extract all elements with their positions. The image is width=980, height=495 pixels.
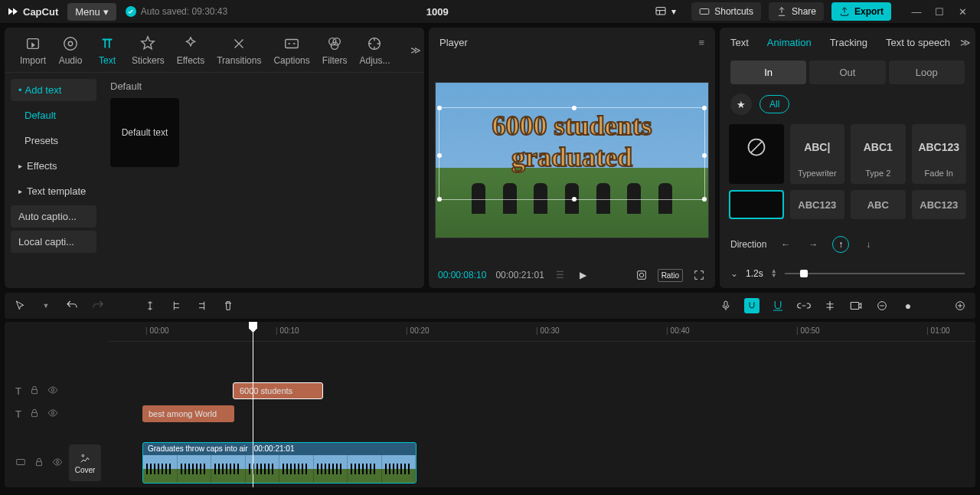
tab-adjust[interactable]: Adjus... — [353, 32, 396, 72]
tab-text-props[interactable]: Text — [730, 37, 749, 48]
text-clip-1[interactable]: 6000 students — [233, 382, 323, 399]
ruler-mark: 00:40 — [666, 326, 690, 335]
anim-selected[interactable] — [729, 190, 784, 219]
zoom-in-icon[interactable] — [952, 298, 968, 313]
dir-right-icon[interactable]: → — [805, 236, 822, 253]
snapshot-icon[interactable] — [635, 268, 648, 282]
lock-icon[interactable] — [34, 457, 44, 470]
sidebar-add-text[interactable]: •Add text — [11, 79, 96, 101]
eye-icon[interactable] — [47, 385, 58, 398]
default-text-thumb[interactable]: Default text — [110, 98, 179, 167]
magnet-main-icon[interactable] — [744, 298, 760, 313]
eye-icon[interactable] — [52, 457, 63, 470]
layout-button[interactable]: ▾ — [647, 2, 684, 21]
sidebar-presets[interactable]: Presets — [11, 129, 96, 152]
text-track-icon: T — [15, 408, 21, 420]
favorites-icon[interactable]: ★ — [730, 93, 752, 115]
export-button[interactable]: Export — [831, 2, 891, 21]
text-track-1: T 6000 students — [5, 380, 975, 402]
app-name: CapCut — [23, 6, 58, 18]
zoom-out-icon[interactable] — [874, 298, 890, 313]
text-clip-2[interactable]: best among World — [142, 405, 234, 422]
stepper-icon[interactable]: ▲▼ — [771, 269, 777, 278]
sidebar-text-template[interactable]: Text template — [11, 180, 96, 202]
sidebar-local-captions[interactable]: Local capti... — [11, 231, 96, 253]
redo-icon[interactable] — [90, 298, 106, 313]
link-icon[interactable] — [796, 298, 812, 313]
video-preview[interactable]: 6000 students graduated — [435, 82, 709, 238]
tab-audio[interactable]: Audio — [52, 32, 89, 72]
tab-animation[interactable]: Animation — [767, 37, 812, 48]
shortcuts-button[interactable]: Shortcuts — [691, 2, 761, 21]
video-clip[interactable]: Graduates throw caps into air00:00:21:01 — [142, 442, 416, 484]
split-icon[interactable] — [142, 298, 158, 313]
video-track: ⋯ Cover Graduates throw caps into air00:… — [5, 440, 975, 486]
ratio-button[interactable]: Ratio — [658, 269, 683, 282]
zoom-slider-icon[interactable]: ● — [900, 298, 916, 313]
sidebar-auto-captions[interactable]: Auto captio... — [11, 205, 96, 228]
tab-captions[interactable]: Captions — [267, 32, 315, 72]
timeline-ruler[interactable]: 00:00 00:10 00:20 00:30 00:40 00:50 01:0… — [109, 322, 975, 342]
minimize-button[interactable]: — — [905, 0, 928, 23]
tab-transitions[interactable]: Transitions — [211, 32, 267, 72]
cursor-tool-icon[interactable] — [12, 298, 28, 313]
tab-tracking[interactable]: Tracking — [830, 37, 867, 48]
eye-icon[interactable] — [47, 408, 58, 421]
anim-tab-out[interactable]: Out — [809, 61, 885, 84]
preview-icon[interactable] — [848, 298, 864, 313]
maximize-button[interactable]: ☐ — [928, 0, 951, 23]
ruler-mark: 00:50 — [796, 326, 820, 335]
lock-icon[interactable] — [29, 408, 40, 421]
undo-icon[interactable] — [64, 298, 80, 313]
svg-rect-14 — [851, 303, 859, 310]
dir-left-icon[interactable]: ← — [777, 236, 794, 253]
tab-import[interactable]: Import — [14, 32, 52, 72]
align-icon[interactable] — [822, 298, 838, 313]
text-sidebar: •Add text Default Presets Effects Text t… — [5, 73, 103, 288]
list-icon[interactable]: ☰ — [554, 268, 567, 282]
trim-left-icon[interactable] — [168, 298, 184, 313]
magnet-track-icon[interactable] — [770, 298, 786, 313]
tab-stickers[interactable]: Stickers — [126, 32, 171, 72]
anim-preset-r2[interactable]: ABC — [851, 190, 906, 219]
duration-slider[interactable] — [785, 273, 965, 274]
tabs-overflow-icon[interactable]: ≫ — [960, 37, 971, 48]
play-button[interactable]: ▶ — [577, 268, 590, 282]
close-button[interactable]: ✕ — [951, 0, 974, 23]
player-menu-icon[interactable]: ≡ — [698, 37, 704, 48]
lock-icon[interactable] — [29, 385, 40, 398]
mic-icon[interactable] — [718, 298, 733, 313]
export-label: Export — [854, 6, 884, 17]
tab-filters[interactable]: Filters — [316, 32, 354, 72]
anim-tab-loop[interactable]: Loop — [889, 61, 965, 84]
sidebar-effects[interactable]: Effects — [11, 155, 96, 177]
share-button[interactable]: Share — [769, 2, 824, 21]
dir-down-icon[interactable]: ↓ — [860, 236, 877, 253]
delete-icon[interactable] — [220, 298, 236, 313]
dir-up-icon[interactable]: ↑ — [832, 236, 849, 253]
cover-button[interactable]: Cover — [69, 444, 101, 481]
trim-right-icon[interactable] — [194, 298, 210, 313]
window-controls: — ☐ ✕ — [905, 0, 974, 23]
animation-filter: ★ All — [720, 84, 975, 124]
sidebar-default[interactable]: Default — [11, 104, 96, 126]
tab-effects[interactable]: Effects — [171, 32, 211, 72]
anim-preset-r3[interactable]: ABC123 — [912, 190, 967, 219]
anim-type2[interactable]: ABC1Type 2 — [851, 124, 906, 184]
anim-typewriter[interactable]: ABC|Typewriter — [790, 124, 845, 184]
tab-text[interactable]: Text — [89, 32, 126, 72]
playhead[interactable] — [253, 322, 253, 487]
cursor-dropdown-icon[interactable]: ▼ — [38, 298, 54, 313]
anim-tab-in[interactable]: In — [730, 61, 806, 84]
tab-tts[interactable]: Text to speech — [886, 37, 950, 48]
anim-preset-r1[interactable]: ABC123 — [790, 190, 845, 219]
direction-label: Direction — [730, 239, 766, 250]
ruler-mark: 00:20 — [406, 326, 430, 335]
tabs-more-icon[interactable]: ≫ — [410, 44, 421, 56]
menu-button[interactable]: Menu ▾ — [67, 3, 116, 21]
anim-none[interactable] — [729, 124, 784, 184]
filter-all-chip[interactable]: All — [760, 95, 789, 113]
fullscreen-icon[interactable] — [692, 268, 706, 282]
chevron-down-icon[interactable]: ⌄ — [730, 268, 738, 279]
anim-fadein[interactable]: ABC123Fade In — [912, 124, 967, 184]
